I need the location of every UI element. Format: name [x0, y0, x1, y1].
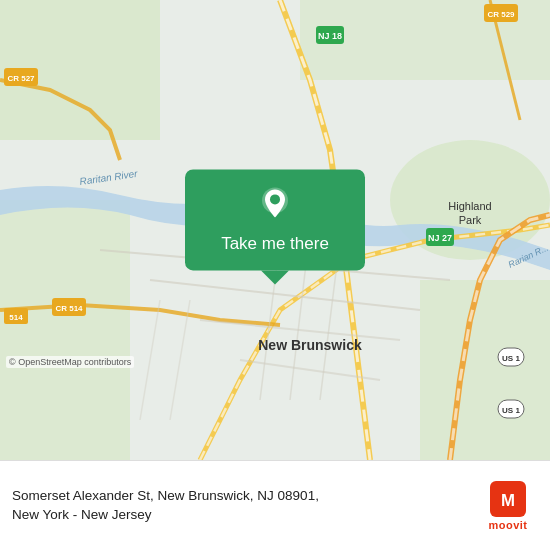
svg-rect-3	[420, 280, 550, 460]
svg-text:Highland: Highland	[448, 200, 491, 212]
svg-text:514: 514	[9, 313, 23, 322]
address-section: Somerset Alexander St, New Brunswick, NJ…	[12, 487, 468, 525]
svg-text:NJ 18: NJ 18	[318, 31, 342, 41]
svg-text:New Brunswick: New Brunswick	[258, 337, 362, 353]
svg-text:CR 514: CR 514	[55, 304, 83, 313]
map-container: Raritan River NJ 18 NJ 27 US 1 US 1 CR 5…	[0, 0, 550, 460]
moovit-icon: M	[490, 481, 526, 517]
svg-text:NJ 27: NJ 27	[428, 233, 452, 243]
take-me-there-label: Take me there	[221, 234, 329, 254]
svg-text:CR 529: CR 529	[487, 10, 515, 19]
take-me-there-button[interactable]: Take me there	[185, 169, 365, 270]
svg-text:CR 527: CR 527	[7, 74, 35, 83]
svg-text:US 1: US 1	[502, 354, 520, 363]
svg-text:M: M	[501, 491, 515, 510]
svg-text:Park: Park	[459, 214, 482, 226]
svg-rect-2	[0, 200, 130, 460]
map-attribution: © OpenStreetMap contributors	[6, 356, 134, 368]
moovit-label: moovit	[488, 519, 527, 531]
svg-point-37	[270, 194, 280, 204]
svg-text:US 1: US 1	[502, 406, 520, 415]
moovit-logo[interactable]: M moovit	[478, 481, 538, 531]
address-text: Somerset Alexander St, New Brunswick, NJ…	[12, 487, 468, 525]
location-pin-icon	[257, 185, 293, 226]
bottom-bar: Somerset Alexander St, New Brunswick, NJ…	[0, 460, 550, 550]
